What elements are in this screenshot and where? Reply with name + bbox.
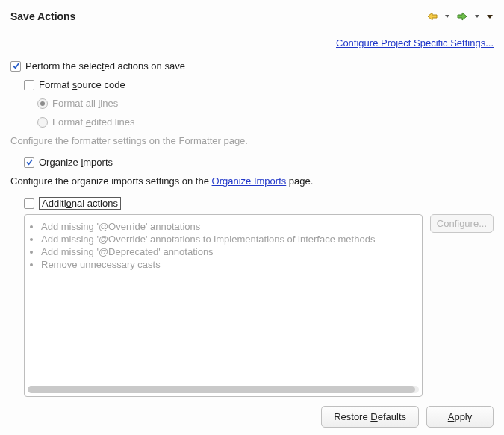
additional-actions-list: Add missing '@Override' annotations Add … <box>24 214 423 397</box>
restore-defaults-button[interactable]: Restore Defaults <box>321 406 419 428</box>
horizontal-scrollbar[interactable] <box>28 386 419 393</box>
nav-icon-group <box>426 11 494 22</box>
organize-imports-label: Organize imports <box>39 157 113 168</box>
formatter-help-text: Configure the formatter settings on the … <box>10 135 494 146</box>
back-icon[interactable] <box>426 11 438 22</box>
apply-button[interactable]: Apply <box>426 406 494 428</box>
format-edited-lines-radio <box>37 117 48 128</box>
format-all-lines-label: Format all lines <box>52 98 118 109</box>
perform-on-save-label: Perform the selected actions on save <box>25 60 185 72</box>
organize-imports-link[interactable]: Organize Imports <box>212 175 287 187</box>
configure-button: Configure... <box>430 214 494 233</box>
organize-imports-help-text: Configure the organize imports settings … <box>10 175 494 187</box>
perform-on-save-checkbox[interactable] <box>10 61 21 72</box>
configure-project-specific-link[interactable]: Configure Project Specific Settings... <box>336 37 494 48</box>
list-item: Remove unnecessary casts <box>41 259 417 270</box>
forward-menu-chevron-icon[interactable] <box>474 13 480 19</box>
dropdown-icon[interactable] <box>486 13 494 20</box>
list-item: Add missing '@Override' annotations <box>41 221 417 232</box>
forward-icon[interactable] <box>456 11 468 22</box>
additional-actions-checkbox[interactable] <box>24 198 34 209</box>
format-edited-lines-label: Format edited lines <box>52 116 135 128</box>
organize-imports-checkbox[interactable] <box>24 157 34 168</box>
format-source-label: Format source code <box>39 79 125 90</box>
list-item: Add missing '@Override' annotations to i… <box>41 234 417 245</box>
back-menu-chevron-icon[interactable] <box>444 13 450 19</box>
page-title: Save Actions <box>10 10 75 22</box>
format-all-lines-radio <box>37 98 48 109</box>
list-item: Add missing '@Deprecated' annotations <box>41 246 417 257</box>
format-source-checkbox[interactable] <box>24 80 34 90</box>
formatter-link: Formatter <box>178 135 220 146</box>
additional-actions-label: Additional actions <box>39 197 121 210</box>
